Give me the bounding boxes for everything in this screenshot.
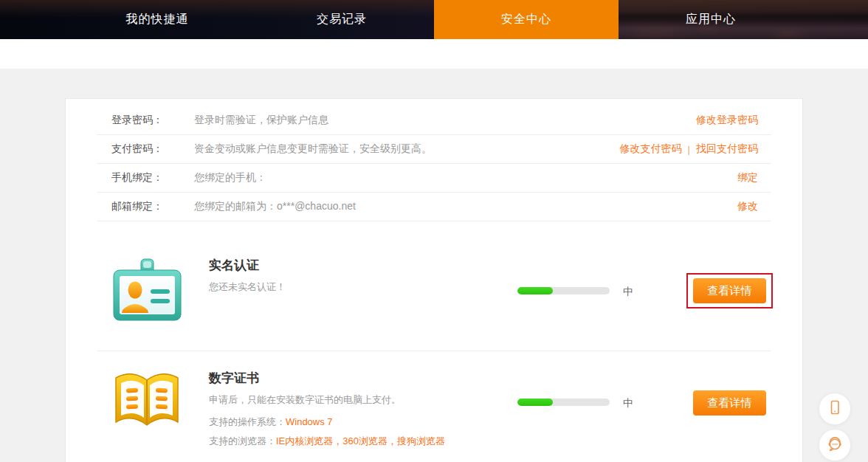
security-card: 登录密码： 登录时需验证，保护账户信息 修改登录密码 支付密码： 资金变动或账户… bbox=[65, 98, 803, 462]
account-security-rows: 登录密码： 登录时需验证，保护账户信息 修改登录密码 支付密码： 资金变动或账户… bbox=[97, 99, 771, 221]
security-level-label: 中 bbox=[623, 286, 633, 299]
modify-login-password-link[interactable]: 修改登录密码 bbox=[696, 114, 758, 127]
customer-service-icon bbox=[825, 434, 844, 456]
link-separator: | bbox=[688, 144, 690, 155]
recover-payment-password-link[interactable]: 找回支付密码 bbox=[696, 142, 758, 156]
floating-contact-bar bbox=[819, 393, 851, 462]
supported-os-line: 支持的操作系统：Windows 7 bbox=[209, 416, 445, 429]
tab-app-center[interactable]: 应用中心 bbox=[619, 0, 803, 39]
section-subtitle: 申请后，只能在安装数字证书的电脑上支付。 bbox=[209, 393, 445, 407]
supported-browsers-label: 支持的浏览器： bbox=[209, 435, 276, 447]
modify-payment-password-link[interactable]: 修改支付密码 bbox=[620, 142, 682, 156]
row-description: 登录时需验证，保护账户信息 bbox=[194, 114, 696, 127]
supported-browsers-value: IE内核浏览器，360浏览器，搜狗浏览器 bbox=[276, 435, 445, 447]
progressbar-fill bbox=[517, 287, 553, 294]
row-label: 手机绑定： bbox=[97, 171, 194, 185]
row-description: 您绑定的邮箱为：o***@chacuo.net bbox=[194, 200, 737, 213]
progressbar-fill bbox=[517, 399, 553, 406]
section-digital-certificate: 数字证书 申请后，只能在安装数字证书的电脑上支付。 支持的操作系统：Window… bbox=[97, 351, 771, 462]
customer-service-button[interactable] bbox=[819, 429, 851, 461]
view-details-button-certificate[interactable]: 查看详情 bbox=[693, 390, 766, 416]
tab-transaction-records[interactable]: 交易记录 bbox=[249, 0, 434, 39]
top-nav: 我的快捷通 交易记录 安全中心 应用中心 bbox=[0, 0, 868, 39]
section-title: 实名认证 bbox=[209, 257, 286, 274]
security-level-progressbar bbox=[517, 287, 610, 294]
supported-os-value: Windows 7 bbox=[286, 416, 333, 427]
section-subtitle: 您还未实名认证！ bbox=[209, 280, 286, 294]
bind-phone-link[interactable]: 绑定 bbox=[737, 171, 758, 185]
tab-my-kuaijietong[interactable]: 我的快捷通 bbox=[65, 0, 249, 39]
security-level-label: 中 bbox=[623, 397, 633, 410]
row-label: 登录密码： bbox=[97, 114, 194, 127]
row-label: 邮箱绑定： bbox=[97, 200, 194, 213]
row-phone-binding: 手机绑定： 您绑定的手机： 绑定 bbox=[97, 164, 771, 193]
section-title: 数字证书 bbox=[209, 370, 445, 387]
book-icon bbox=[111, 368, 182, 435]
id-card-icon bbox=[111, 258, 183, 325]
tab-security-center[interactable]: 安全中心 bbox=[434, 0, 619, 39]
row-email-binding: 邮箱绑定： 您绑定的邮箱为：o***@chacuo.net 修改 bbox=[97, 193, 771, 221]
row-login-password: 登录密码： 登录时需验证，保护账户信息 修改登录密码 bbox=[97, 106, 771, 135]
row-payment-password: 支付密码： 资金变动或账户信息变更时需验证，安全级别更高。 修改支付密码 | 找… bbox=[97, 135, 771, 164]
row-label: 支付密码： bbox=[97, 142, 194, 156]
row-description: 资金变动或账户信息变更时需验证，安全级别更高。 bbox=[194, 142, 620, 156]
row-description: 您绑定的手机： bbox=[194, 171, 737, 185]
mobile-icon bbox=[826, 399, 844, 419]
subnav-strip bbox=[0, 39, 868, 69]
section-real-name-auth: 实名认证 您还未实名认证！ 中 查看详情 bbox=[97, 221, 771, 351]
page-background: 登录密码： 登录时需验证，保护账户信息 修改登录密码 支付密码： 资金变动或账户… bbox=[0, 69, 868, 462]
supported-os-label: 支持的操作系统： bbox=[209, 416, 286, 427]
security-level-progressbar bbox=[517, 399, 610, 406]
top-nav-tabs: 我的快捷通 交易记录 安全中心 应用中心 bbox=[65, 0, 803, 39]
modify-email-link[interactable]: 修改 bbox=[737, 200, 758, 213]
mobile-app-button[interactable] bbox=[819, 393, 851, 425]
supported-browsers-line: 支持的浏览器：IE内核浏览器，360浏览器，搜狗浏览器 bbox=[209, 435, 445, 448]
view-details-button-real-name[interactable]: 查看详情 bbox=[693, 278, 766, 303]
